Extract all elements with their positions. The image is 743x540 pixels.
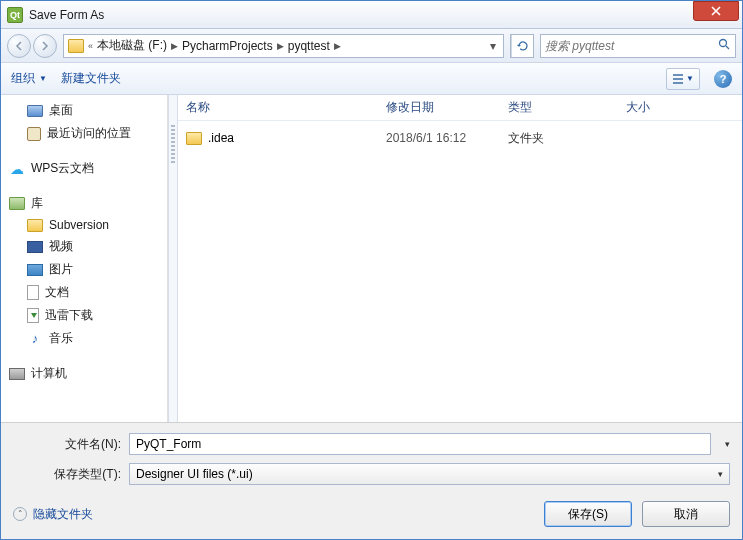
sidebar-item-subversion[interactable]: Subversion — [3, 215, 165, 235]
sidebar-label: 迅雷下载 — [45, 307, 93, 324]
hide-folders-toggle[interactable]: ˄ 隐藏文件夹 — [13, 506, 93, 523]
hide-folders-label: 隐藏文件夹 — [33, 506, 93, 523]
breadcrumb-prefix: « — [88, 41, 93, 51]
file-date: 2018/6/1 16:12 — [386, 131, 508, 145]
close-button[interactable] — [693, 1, 739, 21]
sidebar-label: 计算机 — [31, 365, 67, 382]
folder-icon — [186, 132, 202, 145]
chevron-up-icon: ˄ — [13, 507, 27, 521]
breadcrumb-folder[interactable]: pyqttest — [288, 39, 330, 53]
chevron-right-icon[interactable]: ▶ — [171, 41, 178, 51]
column-date[interactable]: 修改日期 — [386, 99, 508, 116]
search-input[interactable] — [545, 39, 718, 53]
filename-label: 文件名(N): — [13, 436, 121, 453]
refresh-button[interactable] — [511, 35, 533, 57]
new-folder-label: 新建文件夹 — [61, 70, 121, 87]
filename-dropdown-icon[interactable]: ▾ — [719, 439, 730, 449]
view-mode-button[interactable]: ▼ — [666, 68, 700, 90]
chevron-right-icon[interactable]: ▶ — [334, 41, 341, 51]
titlebar: Qt Save Form As — [1, 1, 742, 29]
nav-row: « 本地磁盘 (F:) ▶ PycharmProjects ▶ pyqttest… — [1, 29, 742, 63]
chevron-down-icon: ▼ — [686, 74, 694, 83]
download-icon — [27, 308, 39, 323]
sidebar-label: Subversion — [49, 218, 109, 232]
organize-label: 组织 — [11, 70, 35, 87]
window-title: Save Form As — [29, 8, 104, 22]
arrow-left-icon — [14, 41, 24, 51]
address-dropdown-icon[interactable]: ▾ — [487, 39, 499, 53]
recent-icon — [27, 127, 41, 141]
document-icon — [27, 285, 39, 300]
desktop-icon — [27, 105, 43, 117]
save-button[interactable]: 保存(S) — [544, 501, 632, 527]
image-icon — [27, 264, 43, 276]
splitter-grip-icon — [171, 125, 175, 165]
file-name: .idea — [208, 131, 234, 145]
library-icon — [9, 197, 25, 210]
list-view-icon — [672, 74, 684, 84]
file-row[interactable]: .idea 2018/6/1 16:12 文件夹 — [186, 127, 734, 149]
help-button[interactable]: ? — [714, 70, 732, 88]
column-type[interactable]: 类型 — [508, 99, 626, 116]
arrow-right-icon — [40, 41, 50, 51]
file-pane: 名称 修改日期 类型 大小 .idea 2018/6/1 16:12 文件夹 — [178, 95, 742, 422]
filetype-label: 保存类型(T): — [13, 466, 121, 483]
sidebar-item-wps[interactable]: ☁WPS云文档 — [3, 157, 165, 180]
sidebar-label: 图片 — [49, 261, 73, 278]
sidebar-item-pictures[interactable]: 图片 — [3, 258, 165, 281]
form-area: 文件名(N): ▾ 保存类型(T): Designer UI files (*.… — [1, 422, 742, 539]
svg-point-0 — [720, 39, 727, 46]
filename-input[interactable] — [129, 433, 711, 455]
cancel-label: 取消 — [674, 506, 698, 523]
sidebar-label: 音乐 — [49, 330, 73, 347]
sidebar-item-desktop[interactable]: 桌面 — [3, 99, 165, 122]
sidebar-item-recent[interactable]: 最近访问的位置 — [3, 122, 165, 145]
close-icon — [711, 6, 721, 16]
sidebar-group-library[interactable]: 库 — [3, 192, 165, 215]
sidebar-label: 库 — [31, 195, 43, 212]
back-button[interactable] — [7, 34, 31, 58]
cloud-icon: ☁ — [9, 161, 25, 177]
filetype-value: Designer UI files (*.ui) — [136, 467, 253, 481]
sidebar-label: 最近访问的位置 — [47, 125, 131, 142]
splitter[interactable] — [168, 95, 178, 422]
sidebar-item-thunder[interactable]: 迅雷下载 — [3, 304, 165, 327]
save-label: 保存(S) — [568, 506, 608, 523]
drive-icon — [68, 39, 84, 53]
chevron-down-icon: ▾ — [712, 469, 723, 479]
column-headers: 名称 修改日期 类型 大小 — [178, 95, 742, 121]
search-icon[interactable] — [718, 38, 731, 54]
music-icon: ♪ — [27, 331, 43, 347]
column-name[interactable]: 名称 — [186, 99, 386, 116]
breadcrumb-project[interactable]: PycharmProjects — [182, 39, 273, 53]
organize-button[interactable]: 组织▼ — [11, 70, 47, 87]
search-box[interactable] — [540, 34, 736, 58]
video-icon — [27, 241, 43, 253]
folder-icon — [27, 219, 43, 232]
computer-icon — [9, 368, 25, 380]
sidebar-item-documents[interactable]: 文档 — [3, 281, 165, 304]
cancel-button[interactable]: 取消 — [642, 501, 730, 527]
breadcrumb-drive[interactable]: 本地磁盘 (F:) — [97, 37, 167, 54]
sidebar-label: WPS云文档 — [31, 160, 94, 177]
qt-app-icon: Qt — [7, 7, 23, 23]
sidebar-item-computer[interactable]: 计算机 — [3, 362, 165, 385]
sidebar-label: 桌面 — [49, 102, 73, 119]
filetype-combo[interactable]: Designer UI files (*.ui) ▾ — [129, 463, 730, 485]
new-folder-button[interactable]: 新建文件夹 — [61, 70, 121, 87]
sidebar-label: 视频 — [49, 238, 73, 255]
sidebar-label: 文档 — [45, 284, 69, 301]
save-dialog: Qt Save Form As « 本地磁盘 (F:) ▶ PycharmPro… — [0, 0, 743, 540]
chevron-down-icon: ▼ — [39, 74, 47, 83]
sidebar-item-video[interactable]: 视频 — [3, 235, 165, 258]
column-size[interactable]: 大小 — [626, 99, 742, 116]
chevron-right-icon[interactable]: ▶ — [277, 41, 284, 51]
address-bar[interactable]: « 本地磁盘 (F:) ▶ PycharmProjects ▶ pyqttest… — [63, 34, 504, 58]
sidebar-item-music[interactable]: ♪音乐 — [3, 327, 165, 350]
file-type: 文件夹 — [508, 130, 626, 147]
forward-button[interactable] — [33, 34, 57, 58]
dialog-body: 桌面 最近访问的位置 ☁WPS云文档 库 Subversion 视频 图片 文档… — [1, 95, 742, 422]
file-list[interactable]: .idea 2018/6/1 16:12 文件夹 — [178, 121, 742, 422]
refresh-icon — [516, 39, 530, 53]
toolbar: 组织▼ 新建文件夹 ▼ ? — [1, 63, 742, 95]
